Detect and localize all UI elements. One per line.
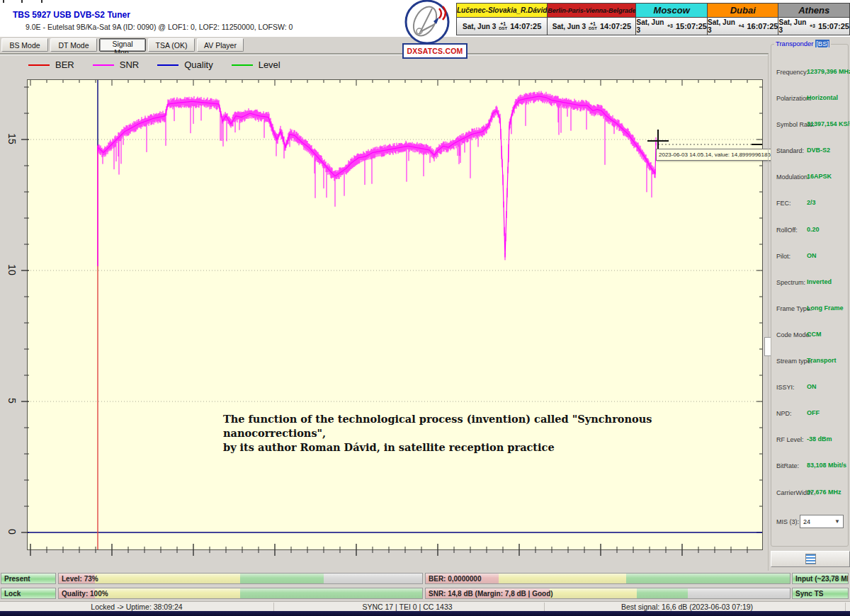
toolbar-separator: [0, 53, 769, 55]
transponder-value: Long Frame: [807, 304, 844, 312]
indicator-bar-label: Quality: 100%: [62, 590, 108, 598]
clock-berlin-paris-vienna-belgrade: Berlin-Paris-Vienna-BelgradeSat, Jun 3+1…: [547, 3, 636, 35]
transponder-row-frame-type-: Frame Type:Long Frame: [771, 297, 848, 323]
cropped-text-artifact: [21, 0, 23, 3]
transponder-row-carrierwidth-: CarrierWidth:37,676 MHz: [771, 481, 848, 507]
clock-date: Sat, Jun 3: [552, 23, 586, 30]
annotation-line2: by its author Roman Dávid, in satellite …: [223, 440, 705, 455]
toolbar-button-dt-mode[interactable]: DT Mode: [50, 38, 97, 52]
indicator-bar-input: Input (~23,78 Mbps): [792, 573, 849, 584]
clock-date: Sat, Jun 3: [636, 18, 664, 34]
transponder-label: Pilot:: [776, 253, 790, 260]
statusbar-divider: [845, 603, 846, 611]
transponder-row-fec-: FEC:2/3: [771, 191, 848, 217]
transponder-row-code-mode-: Code Mode:CCM: [771, 323, 848, 349]
clock-time: 14:07:25: [600, 22, 631, 30]
transponder-rows: Frequency:12379,396 MHzPolarization:Hori…: [771, 60, 848, 507]
legend-swatch-snr: [93, 64, 114, 66]
legend-swatch-quality: [157, 64, 178, 66]
transponder-value: OFF: [807, 409, 820, 416]
statusbar-text-2: Best signal: 16,6 dB (2023-06-03 07:19): [621, 603, 753, 611]
transponder-row-bitrate-: BitRate:83,108 Mbit/s: [771, 454, 848, 480]
transponder-label: ISSYI:: [776, 384, 795, 391]
transponder-label: Modulation:: [776, 173, 810, 181]
transponder-label: Frequency:: [776, 69, 808, 76]
cropped-text-artifact: [3, 0, 4, 3]
y-axis-tick-label: 0: [6, 529, 18, 535]
tooltip-text: 2023-06-03 14.05.14, value: 14,899999618…: [659, 152, 780, 158]
transponder-row-modulation-: Modulation:16APSK: [771, 165, 848, 191]
transponder-label: RF Level:: [776, 436, 804, 443]
transponder-label: NPD:: [776, 410, 792, 417]
toolbar-button-bs-mode[interactable]: BS Mode: [1, 38, 48, 52]
panel-divider: [768, 54, 769, 571]
clock-city-label: Athens: [778, 4, 849, 18]
toolbar-button-av-player[interactable]: AV Player: [197, 38, 244, 52]
transponder-label: Spectrum:: [776, 279, 805, 286]
window-bottom-edge: [0, 611, 850, 616]
clock-moscow: MoscowSat, Jun 3+315:07:25: [635, 3, 708, 35]
cropped-text-artifact: [41, 0, 42, 3]
clock-city-label: Moscow: [636, 4, 707, 18]
annotation-line1: The function of the technological proces…: [223, 412, 705, 440]
clock-city-label: Dubai: [708, 4, 778, 18]
indicator-bar-level: Level: 73%: [58, 573, 423, 584]
clock-dubai: DubaiSat, Jun 3+416:07:25: [707, 3, 779, 35]
indicator-bar-present: Present: [1, 573, 56, 584]
transponder-value: Horizontal: [807, 94, 838, 101]
y-axis-tick-label: 5: [6, 398, 18, 404]
mis-dropdown[interactable]: 24 ▼: [800, 515, 844, 528]
clock-date: Sat, Jun 3: [778, 18, 806, 34]
statusbar-text-0: Locked -> Uptime: 38:09:24: [91, 603, 182, 611]
chevron-down-icon: ▼: [834, 518, 840, 525]
transponder-value: 31397,154 KS/s: [807, 120, 850, 127]
transponder-value: CCM: [807, 331, 822, 338]
clock-utc-offset: +3: [667, 24, 673, 28]
toolbar-button-signal-mon-[interactable]: Signal Mon.: [99, 38, 146, 52]
list-icon: [805, 554, 816, 564]
y-axis-tick-label: 15: [6, 133, 18, 144]
clock-utc-offset: +3: [810, 24, 815, 28]
chart-tooltip: 2023-06-03 14.05.14, value: 14,899999618…: [656, 149, 775, 161]
transponder-row-stream-type-: Stream type:Transport: [771, 349, 848, 375]
legend-item-level: Level: [232, 59, 280, 70]
legend-label: SNR: [120, 59, 139, 70]
legend-item-snr: SNR: [93, 59, 139, 70]
mis-label: MIS (3):: [776, 518, 799, 525]
transponder-label: Code Mode:: [776, 331, 811, 338]
transport-list-button[interactable]: [771, 551, 850, 567]
transponder-row-rf-level-: RF Level:-38 dBm: [771, 428, 848, 454]
device-title: TBS 5927 USB DVB-S2 Tuner: [13, 10, 130, 20]
transponder-value: -38 dBm: [807, 435, 832, 443]
indicator-bar-label: Sync TS: [795, 590, 823, 598]
transponder-row-symbol-rate-: Symbol Rate:31397,154 KS/s: [771, 113, 848, 139]
transponder-value: 2/3: [807, 199, 816, 206]
indicator-bar-lock: Lock: [1, 588, 56, 599]
transponder-value: 37,676 MHz: [807, 489, 842, 496]
indicator-bar-label: SNR: 14,8 dB (Margin: 7,8 dB | Good): [429, 590, 553, 598]
toolbar-button-tsa-ok-[interactable]: TSA (OK): [148, 38, 195, 52]
statusbar-text-1: SYNC 17 | TEI 0 | CC 1433: [362, 603, 452, 611]
legend-label: Quality: [184, 59, 212, 70]
clock-time: 15:07:25: [818, 22, 849, 30]
statusbar-divider: [273, 603, 274, 611]
clock-time-row: Sat, Jun 3+315:07:25: [778, 18, 849, 35]
transponder-value: 0.20: [807, 226, 820, 233]
clock-athens: AthensSat, Jun 3+315:07:25: [778, 3, 850, 35]
clock-utc-offset: +1DST: [589, 22, 597, 30]
clock-time-row: Sat, Jun 3+1DST14:07:25: [548, 18, 635, 35]
groupbox-title: Transponder [BS]: [774, 40, 831, 47]
clock-lu-enec-slovakia-r-d-vid: Lučenec-Slovakia_R.DávidSat, Jun 3+1DST1…: [456, 3, 548, 35]
clock-date: Sat, Jun 3: [463, 23, 496, 30]
transponder-row-spectrum-: Spectrum:Inverted: [771, 270, 848, 297]
transponder-row-frequency-: Frequency:12379,396 MHz: [771, 60, 848, 86]
groupbox-title-tag: [BS]: [815, 40, 829, 47]
legend-swatch-level: [232, 64, 253, 66]
transponder-value: 16APSK: [807, 173, 832, 180]
transponder-row-standard-: Standard:DVB-S2: [771, 139, 848, 165]
mode-toolbar: BS ModeDT ModeSignal Mon.TSA (OK)AV Play…: [0, 37, 770, 53]
indicator-bar-quality: Quality: 100%: [58, 588, 423, 599]
signal-monitor-plot[interactable]: [27, 79, 763, 550]
transponder-row-pilot-: Pilot:ON: [771, 244, 848, 270]
clock-time-row: Sat, Jun 3+416:07:25: [708, 18, 778, 35]
